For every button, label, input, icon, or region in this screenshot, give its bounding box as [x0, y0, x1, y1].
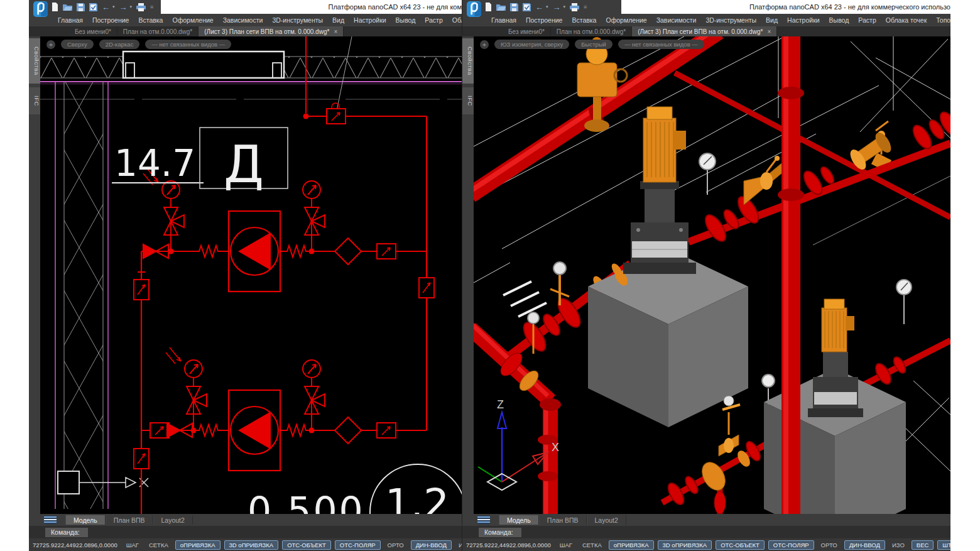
status-toggle[interactable]: ШАГ — [557, 540, 575, 550]
save-icon[interactable] — [510, 3, 518, 11]
viewport-plus-button[interactable]: + — [480, 40, 489, 49]
2d-drawing-canvas[interactable]: 14.7 Д 0.500 1.2 — [40, 36, 462, 514]
status-toggle[interactable]: ОТС-ОБЪЕКТ — [282, 540, 331, 550]
redo-icon[interactable]: → — [119, 3, 128, 11]
status-toggle[interactable]: ИЗО — [455, 540, 462, 550]
undo-icon[interactable]: ← — [535, 3, 543, 11]
status-toggle[interactable]: оПРИВЯЗКА — [175, 540, 220, 550]
close-icon[interactable]: × — [334, 28, 337, 35]
status-toggle[interactable]: ИЗО — [889, 540, 908, 550]
save-as-icon[interactable] — [89, 3, 97, 11]
menu-item[interactable]: 3D-инструменты — [705, 16, 756, 24]
redo-dropdown-icon[interactable]: ▾ — [564, 4, 566, 9]
status-toggle[interactable]: ОТС-ПОЛЯР — [335, 540, 381, 550]
redo-icon[interactable]: → — [553, 3, 561, 11]
undo-icon[interactable]: ← — [102, 3, 110, 11]
menu-item[interactable]: Растр — [858, 16, 876, 24]
pipe-main-vertical[interactable] — [778, 36, 804, 514]
status-toggle[interactable]: СЕТКА — [146, 540, 172, 550]
pump-line-1[interactable] — [143, 168, 396, 292]
menu-item[interactable]: Настройки — [354, 16, 386, 24]
pipe-left-elbow[interactable] — [474, 312, 561, 514]
document-tab[interactable]: Без имени0* — [503, 26, 551, 36]
side-panel-tab[interactable]: IFC — [29, 87, 40, 114]
qat-customize-icon[interactable]: ≡ — [584, 4, 587, 10]
pump-line-2[interactable] — [150, 347, 396, 471]
view-control-pill[interactable]: ЮЗ изометрия, сверху — [494, 40, 569, 49]
menu-item[interactable]: Оформление — [172, 16, 213, 24]
menu-item[interactable]: Обла — [452, 16, 462, 24]
status-toggle[interactable]: ОРТО — [818, 540, 841, 550]
view-control-pill[interactable]: — нет связанных видов — — [618, 40, 704, 49]
status-toggle[interactable]: ОРТО — [384, 540, 407, 550]
status-toggle[interactable]: ДИН-ВВОД — [411, 540, 452, 550]
menu-item[interactable]: Вид — [332, 16, 344, 24]
menu-item[interactable]: Вывод — [829, 16, 849, 24]
layout-tab[interactable]: Layout2 — [153, 515, 193, 525]
menu-item[interactable]: Вывод — [396, 16, 416, 24]
3d-viewport[interactable]: Z X + ЮЗ изометрия, сверхуБыстрый— нет с… — [474, 36, 950, 514]
layout-tab[interactable]: Layout2 — [587, 515, 626, 525]
open-file-icon[interactable] — [496, 3, 506, 11]
menu-item[interactable]: Зависимости — [656, 16, 697, 24]
status-toggle[interactable]: ОТС-ПОЛЯР — [768, 540, 814, 550]
command-input[interactable]: Команда: — [45, 528, 88, 537]
layout-tab[interactable]: План ВПВ — [539, 515, 587, 525]
menu-item[interactable]: Вставка — [572, 16, 596, 24]
print-icon[interactable] — [570, 3, 579, 11]
document-tab[interactable]: (Лист 3) План сети ВПВ на отм. 0.000.dwg… — [199, 26, 344, 36]
status-toggle[interactable]: ВЕС — [912, 540, 934, 550]
menu-item[interactable]: Топопла — [936, 16, 950, 24]
side-panel-tab[interactable]: IFC — [462, 87, 474, 114]
new-file-icon[interactable] — [52, 3, 58, 11]
menu-item[interactable]: Настройки — [787, 16, 820, 24]
nanocad-logo-icon[interactable] — [33, 1, 48, 17]
new-file-icon[interactable] — [485, 3, 492, 11]
lever-valve[interactable] — [719, 396, 740, 456]
status-toggle[interactable]: ШАГ — [123, 540, 142, 550]
sheets-icon[interactable] — [44, 516, 57, 524]
undo-dropdown-icon[interactable]: ▾ — [112, 4, 115, 9]
command-input[interactable]: Команда: — [479, 528, 521, 537]
document-tab[interactable]: (Лист 3) План сети ВПВ на отм. 0.000.dwg… — [632, 26, 777, 36]
menu-item[interactable]: Главная — [58, 16, 83, 24]
side-panel-tab[interactable]: Свойства — [462, 38, 474, 84]
menu-item[interactable]: Вставка — [138, 16, 163, 24]
layout-tab[interactable]: Модель — [65, 515, 106, 525]
view-control-pill[interactable]: 2D-каркас — [99, 40, 140, 49]
status-toggle[interactable]: ОТС-ОБЪЕКТ — [716, 540, 765, 550]
status-toggle[interactable]: 3D оПРИВЯЗКА — [224, 540, 279, 550]
status-toggle[interactable]: оПРИВЯЗКА — [609, 540, 654, 550]
status-toggle[interactable]: СЕТКА — [579, 540, 605, 550]
sheets-icon[interactable] — [477, 516, 490, 524]
menu-item[interactable]: Оформление — [606, 16, 646, 24]
side-panel-tab[interactable]: Свойства — [29, 38, 40, 84]
menu-item[interactable]: Облака точек — [886, 16, 927, 24]
status-toggle[interactable]: 3D оПРИВЯЗКА — [658, 540, 712, 550]
layout-tab[interactable]: Модель — [499, 515, 539, 525]
document-tab[interactable]: Без имени0* — [69, 26, 117, 36]
menu-item[interactable]: Зависимости — [223, 16, 263, 24]
document-tab[interactable]: План на отм.0.000.dwg* — [551, 26, 632, 36]
save-icon[interactable] — [77, 3, 85, 11]
nanocad-logo-icon[interactable] — [467, 1, 481, 17]
menu-item[interactable]: Главная — [491, 16, 516, 24]
menu-item[interactable]: 3D-инструменты — [272, 16, 323, 24]
view-control-pill[interactable]: — нет связанных видов — — [145, 40, 231, 49]
menu-item[interactable]: Вид — [766, 16, 778, 24]
status-toggle[interactable]: ШТРИХОВКА — [937, 540, 950, 550]
3d-viewport-canvas[interactable]: Z X — [474, 36, 950, 514]
drawing-annotations[interactable]: 14.7 Д 0.500 1.2 — [112, 128, 462, 514]
document-tab[interactable]: План на отм.0.000.dwg* — [117, 26, 199, 36]
2d-viewport[interactable]: 14.7 Д 0.500 1.2 + Сверху2D-каркас— нет … — [40, 36, 462, 514]
qat-customize-icon[interactable]: ≡ — [150, 4, 153, 10]
save-as-icon[interactable] — [523, 3, 531, 11]
menu-item[interactable]: Построение — [526, 16, 562, 24]
status-toggle[interactable]: ДИН-ВВОД — [844, 540, 885, 550]
layout-tab[interactable]: План ВПВ — [106, 515, 153, 525]
pipe-schematic[interactable] — [134, 36, 434, 514]
view-control-pill[interactable]: Сверху — [61, 40, 94, 49]
menu-item[interactable]: Растр — [425, 16, 442, 24]
view-control-pill[interactable]: Быстрый — [575, 40, 612, 49]
open-file-icon[interactable] — [63, 3, 72, 11]
